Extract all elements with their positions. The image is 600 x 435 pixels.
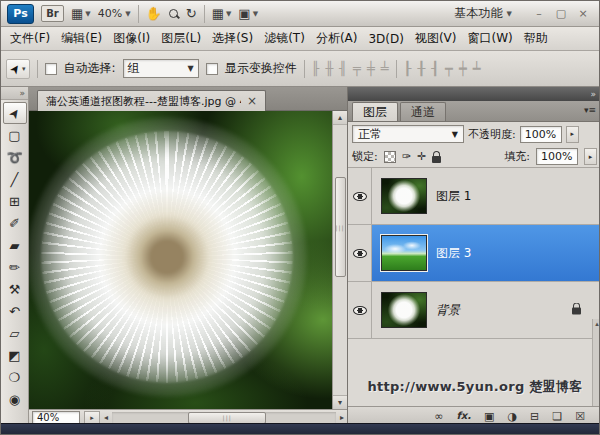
align-bottom-edges-button[interactable]: ╧ [381, 62, 389, 75]
image-canvas[interactable] [29, 111, 332, 409]
menu-filter[interactable]: 滤镜(T) [264, 30, 305, 47]
zoom-level-dropdown[interactable]: 40% ▼ [98, 7, 131, 20]
layer-row-1[interactable]: 图层 1 [348, 168, 600, 225]
horizontal-scrollbar[interactable]: ||| [112, 412, 336, 424]
opacity-spinner-button[interactable]: ▸ [566, 126, 579, 143]
menu-view[interactable]: 视图(V) [415, 30, 457, 47]
layer-style-icon[interactable]: fx. [456, 411, 471, 421]
bridge-button[interactable]: Br [41, 5, 64, 22]
adjustment-layer-icon[interactable]: ◑ [507, 411, 517, 422]
menu-analysis[interactable]: 分析(A) [316, 30, 358, 47]
layer-name[interactable]: 背景 [436, 302, 460, 319]
visibility-cell[interactable] [348, 225, 372, 281]
distribute-right-edges-button[interactable]: ┨ [431, 62, 439, 75]
vertical-scrollbar-thumb[interactable]: ||| [335, 177, 346, 277]
clone-stamp-tool[interactable]: ⚒ [3, 278, 27, 300]
panel-menu-icon[interactable]: ▾≡ [584, 105, 596, 115]
eye-icon[interactable] [353, 192, 367, 201]
dodge-tool[interactable]: ◉ [3, 388, 27, 410]
align-vertical-centers-button[interactable]: ╪ [367, 62, 375, 75]
hand-tool-button[interactable]: ✋ [146, 6, 162, 21]
eye-icon[interactable] [353, 249, 367, 258]
menu-layer[interactable]: 图层(L) [161, 30, 201, 47]
zoom-tool-button[interactable] [169, 9, 179, 19]
align-left-edges-button[interactable]: ╟ [312, 62, 320, 75]
menu-select[interactable]: 选择(S) [212, 30, 253, 47]
eraser-tool[interactable]: ▱ [3, 322, 27, 344]
distribute-left-edges-button[interactable]: ┠ [404, 62, 412, 75]
fill-value-field[interactable]: 100% [536, 148, 578, 165]
delete-layer-icon[interactable]: ☒ [575, 411, 585, 422]
layer-thumbnail[interactable] [381, 292, 427, 328]
visibility-cell[interactable] [348, 282, 372, 338]
distribute-horizontal-centers-button[interactable]: ╂ [417, 62, 425, 75]
distribute-top-edges-button[interactable]: ┯ [445, 62, 453, 75]
photoshop-logo[interactable]: Ps [7, 4, 34, 24]
lock-transparent-pixels-button[interactable] [384, 151, 396, 163]
menu-file[interactable]: 文件(F) [10, 30, 50, 47]
close-icon[interactable]: × [247, 94, 257, 108]
eyedropper-tool[interactable]: ✐ [3, 212, 27, 234]
layer-name[interactable]: 图层 1 [436, 188, 471, 205]
align-right-edges-button[interactable]: ╢ [339, 62, 347, 75]
layer-row-3-selected[interactable]: 图层 3 [348, 225, 600, 282]
tab-layers[interactable]: 图层 [352, 102, 398, 121]
workspace-switcher[interactable]: 基本功能 ▼ [455, 5, 512, 22]
menu-window[interactable]: 窗口(W) [468, 30, 513, 47]
scroll-up-button[interactable]: ▴ [333, 111, 347, 125]
menu-edit[interactable]: 编辑(E) [61, 30, 102, 47]
lock-all-button[interactable] [432, 156, 441, 163]
current-tool-indicator[interactable]: ➤ ▾ [6, 59, 30, 79]
menu-image[interactable]: 图像(I) [113, 30, 150, 47]
crop-tool[interactable]: ⊞ [3, 190, 27, 212]
lock-position-button[interactable]: ✛ [417, 150, 426, 163]
new-group-icon[interactable]: ⊟ [530, 411, 539, 422]
new-layer-icon[interactable]: ❏ [552, 411, 562, 422]
menu-3d[interactable]: 3D(D) [368, 32, 403, 46]
minimize-button[interactable]: – [529, 5, 549, 22]
healing-brush-tool[interactable]: ▰ [3, 234, 27, 256]
view-extras-button[interactable]: ▦ ▼ [71, 6, 91, 21]
blur-tool[interactable]: ❍ [3, 366, 27, 388]
marquee-tool[interactable]: ▢ [3, 124, 27, 146]
rotate-view-button[interactable]: ↻ [186, 6, 197, 21]
lasso-tool[interactable]: ➰ [3, 146, 27, 168]
horizontal-scrollbar-thumb[interactable]: ||| [188, 412, 266, 424]
tab-channels[interactable]: 通道 [400, 102, 446, 121]
paint-bucket-tool[interactable]: ◩ [3, 344, 27, 366]
auto-select-target-dropdown[interactable]: 组 ▼ [123, 59, 199, 78]
brush-tool[interactable]: ✏ [3, 256, 27, 278]
link-layers-icon[interactable]: ∞ [434, 411, 443, 422]
show-transform-checkbox[interactable] [206, 63, 218, 75]
background-layer-row[interactable]: 背景 [348, 282, 600, 339]
menu-help[interactable]: 帮助 [524, 30, 548, 47]
distribute-bottom-edges-button[interactable]: ┷ [473, 62, 481, 75]
scroll-right-button[interactable]: ▸ [340, 413, 344, 422]
lock-image-pixels-button[interactable]: ✑ [402, 150, 411, 163]
arrange-documents-button[interactable]: ▦ ▼ [212, 6, 232, 21]
auto-select-checkbox[interactable] [45, 63, 57, 75]
distribute-vertical-centers-button[interactable]: ┿ [459, 62, 467, 75]
panel-dock-header[interactable]: » [348, 87, 600, 101]
layer-name[interactable]: 图层 3 [436, 245, 471, 262]
visibility-cell[interactable] [348, 168, 372, 224]
layer-thumbnail[interactable] [381, 235, 427, 271]
move-tool[interactable]: ➤ [3, 102, 27, 124]
opacity-value-field[interactable]: 100% [520, 126, 562, 143]
history-brush-tool[interactable]: ↶ [3, 300, 27, 322]
align-horizontal-centers-button[interactable]: ╫ [325, 62, 333, 75]
document-tab[interactable]: 蒲公英通道抠图教程---楚盟博客.jpg @ 40%... × [37, 90, 266, 111]
layer-thumbnail[interactable] [381, 178, 427, 214]
tools-panel-header[interactable]: » [1, 87, 28, 100]
eye-icon[interactable] [353, 306, 367, 315]
maximize-button[interactable]: ▢ [551, 5, 571, 22]
align-top-edges-button[interactable]: ╤ [353, 62, 361, 75]
fill-spinner-button[interactable]: ▸ [584, 148, 597, 165]
scroll-left-button[interactable]: ◂ [104, 413, 108, 422]
scroll-up-icon[interactable]: ▴ [595, 320, 599, 328]
screen-mode-button[interactable]: ▣ ▼ [238, 6, 258, 21]
blend-mode-dropdown[interactable]: 正常 ▼ [352, 125, 464, 143]
scroll-down-button[interactable]: ▾ [333, 395, 347, 409]
layer-mask-icon[interactable]: ▣ [484, 411, 494, 422]
quick-selection-tool[interactable]: ╱ [3, 168, 27, 190]
